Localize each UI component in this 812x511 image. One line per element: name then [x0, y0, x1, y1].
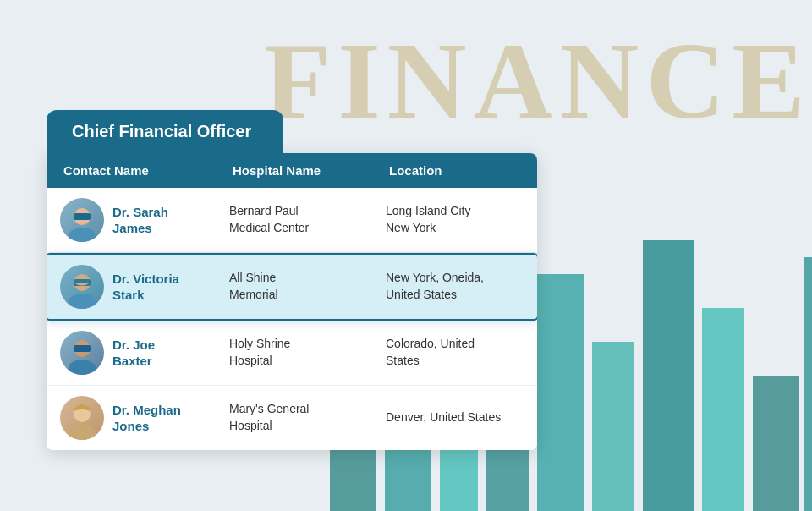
contact-cell-joe: Dr. JoeBaxter — [60, 331, 229, 375]
svg-rect-4 — [537, 274, 584, 511]
svg-rect-12 — [74, 213, 91, 220]
table-header: Contact Name Hospital Name Location — [47, 153, 537, 188]
cfo-card: Chief Financial Officer Contact Name Hos… — [47, 110, 537, 450]
location-joe: Colorado, UnitedStates — [386, 336, 537, 369]
avatar-sarah — [60, 198, 104, 242]
table-row-selected[interactable]: ✓ Dr. VictoriaStark All ShineMemorial Ne… — [47, 253, 537, 321]
table-row[interactable]: Dr. MeghanJones Mary's GeneralHospital D… — [47, 386, 537, 450]
column-header-hospital: Hospital Name — [229, 163, 386, 178]
svg-rect-9 — [804, 257, 812, 511]
contact-name-joe: Dr. JoeBaxter — [112, 337, 155, 370]
location-victoria: New York, Oneida,United States — [386, 270, 537, 303]
contact-cell-sarah: Dr. SarahJames — [60, 198, 229, 242]
avatar-meghan — [60, 396, 104, 440]
svg-point-17 — [69, 360, 96, 375]
avatar-joe — [60, 331, 104, 375]
svg-rect-8 — [753, 376, 799, 511]
svg-point-14 — [69, 294, 96, 309]
svg-rect-7 — [702, 308, 744, 511]
hospital-joe: Holy ShrineHospital — [229, 336, 386, 369]
contact-name-sarah: Dr. SarahJames — [112, 204, 168, 237]
hospital-meghan: Mary's GeneralHospital — [229, 401, 386, 434]
hospital-victoria: All ShineMemorial — [229, 270, 386, 303]
card-title: Chief Financial Officer — [72, 122, 251, 140]
location-sarah: Long Island CityNew York — [386, 203, 537, 236]
svg-rect-6 — [643, 240, 694, 511]
table-row[interactable]: Dr. SarahJames Bernard PaulMedical Cente… — [47, 188, 537, 253]
hospital-sarah: Bernard PaulMedical Center — [229, 203, 386, 236]
column-header-location: Location — [386, 163, 537, 178]
svg-rect-5 — [592, 342, 634, 511]
contact-cell-meghan: Dr. MeghanJones — [60, 396, 229, 440]
card-title-tab: Chief Financial Officer — [47, 110, 283, 153]
svg-point-20 — [69, 425, 96, 440]
contacts-table: Contact Name Hospital Name Location Dr. … — [47, 153, 537, 450]
contact-name-victoria: Dr. VictoriaStark — [112, 271, 179, 304]
contact-name-meghan: Dr. MeghanJones — [112, 402, 181, 435]
svg-point-11 — [69, 228, 96, 242]
avatar-victoria — [60, 265, 104, 309]
svg-rect-18 — [74, 345, 91, 352]
table-row[interactable]: Dr. JoeBaxter Holy ShrineHospital Colora… — [47, 321, 537, 386]
location-meghan: Denver, United States — [386, 409, 537, 426]
contact-cell-victoria: Dr. VictoriaStark — [60, 265, 229, 309]
column-header-contact: Contact Name — [60, 163, 229, 178]
